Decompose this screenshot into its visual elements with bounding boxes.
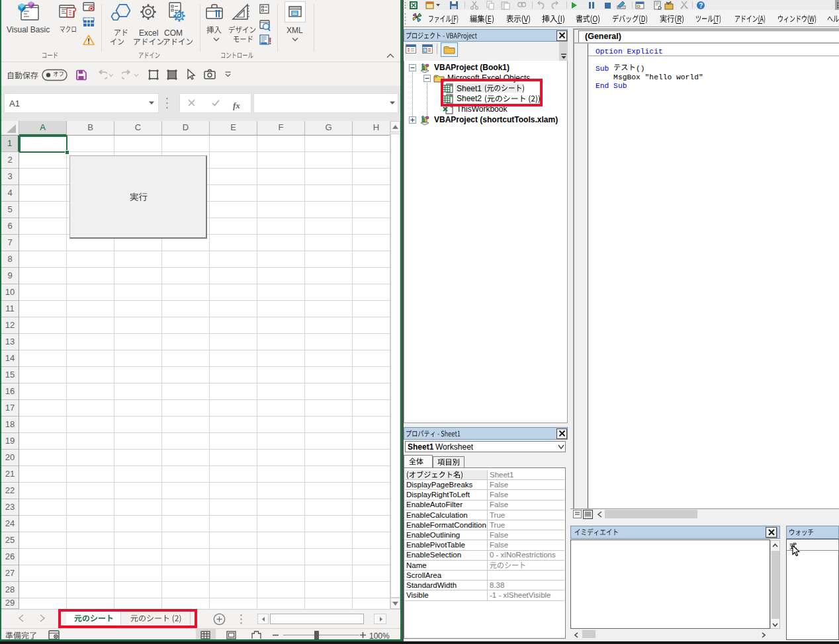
- svg-text:!: !: [269, 36, 272, 46]
- svg-text:?: ?: [699, 2, 703, 9]
